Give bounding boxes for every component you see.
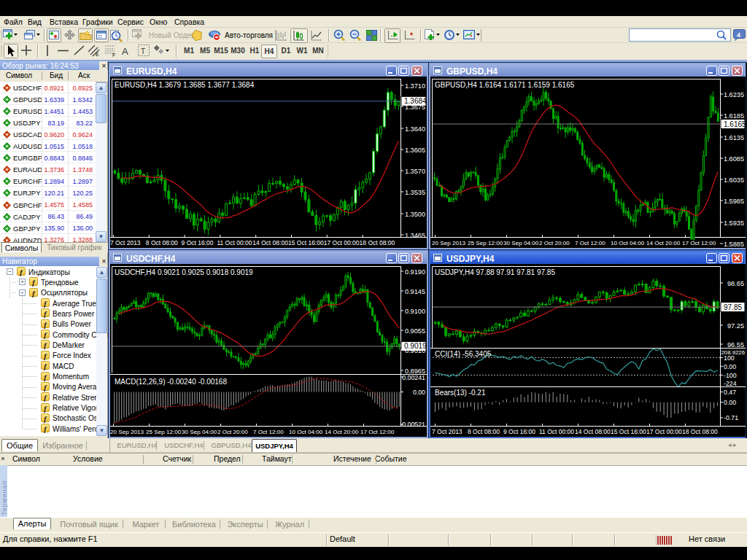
svg-text:7 Oct 2013: 7 Oct 2013 xyxy=(432,428,462,435)
svg-text:97.85: 97.85 xyxy=(724,303,742,311)
svg-text:7 Oct 12:00: 7 Oct 12:00 xyxy=(253,429,284,435)
svg-text:1.3570: 1.3570 xyxy=(405,168,425,175)
svg-text:11 Oct 00:00: 11 Oct 00:00 xyxy=(217,239,252,246)
svg-text:E: E xyxy=(96,52,99,57)
svg-text:96.55: 96.55 xyxy=(727,341,744,349)
svg-text:15 Oct 16:00: 15 Oct 16:00 xyxy=(611,428,646,435)
svg-text:17 Oct 12:00: 17 Oct 12:00 xyxy=(360,429,395,435)
svg-text:20 Sep 2013: 20 Sep 2013 xyxy=(432,240,465,246)
svg-text:1.3500: 1.3500 xyxy=(405,211,425,218)
svg-text:14 Oct 20:00: 14 Oct 20:00 xyxy=(325,429,359,435)
svg-text:97.25: 97.25 xyxy=(727,322,744,330)
svg-text:1.6165: 1.6165 xyxy=(724,120,746,128)
svg-text:0.9055: 0.9055 xyxy=(405,327,425,335)
svg-text:14 Oct 08:00: 14 Oct 08:00 xyxy=(252,239,288,246)
svg-text:2 Oct 20:00: 2 Oct 20:00 xyxy=(217,429,248,435)
svg-text:17 Oct 00:00: 17 Oct 00:00 xyxy=(646,428,682,435)
svg-text:7 Oct 12:00: 7 Oct 12:00 xyxy=(575,240,605,246)
svg-text:CCI(14) -56.3405: CCI(14) -56.3405 xyxy=(435,350,492,358)
svg-text:USDJPY,H4 97.88 97.91 97.81 9: USDJPY,H4 97.88 97.91 97.81 97.85 xyxy=(435,268,555,276)
svg-text:11 Oct 00:00: 11 Oct 00:00 xyxy=(539,428,574,435)
svg-text:MACD(12,26,9) -0.00240 -0.0016: MACD(12,26,9) -0.00240 -0.00168 xyxy=(115,378,227,386)
svg-text:15 Oct 16:00: 15 Oct 16:00 xyxy=(288,239,324,246)
svg-text:20 Sep 2013: 20 Sep 2013 xyxy=(110,429,144,435)
svg-text:-0.71: -0.71 xyxy=(724,414,738,421)
svg-text:9 Oct 16:00: 9 Oct 16:00 xyxy=(503,428,535,435)
svg-text:30 Sep 04:00: 30 Sep 04:00 xyxy=(182,429,217,435)
svg-text:18 Oct 08:00: 18 Oct 08:00 xyxy=(682,428,718,435)
svg-text:1.5985: 1.5985 xyxy=(724,198,744,205)
svg-text:2 Oct 20:00: 2 Oct 20:00 xyxy=(539,240,570,246)
svg-text:1.3640: 1.3640 xyxy=(405,125,425,133)
svg-text:0.00: 0.00 xyxy=(413,389,425,396)
svg-text:100: 100 xyxy=(724,354,735,362)
svg-text:A: A xyxy=(122,46,128,57)
svg-text:1.6135: 1.6135 xyxy=(724,134,744,141)
svg-text:0.9010: 0.9010 xyxy=(405,347,425,354)
svg-text:98.65: 98.65 xyxy=(727,280,744,287)
svg-text:0.9190: 0.9190 xyxy=(405,268,425,276)
svg-text:0.47: 0.47 xyxy=(724,389,736,396)
svg-text:1.5885: 1.5885 xyxy=(724,241,744,248)
svg-text:T: T xyxy=(141,47,145,55)
svg-text:30 Sep 04:00: 30 Sep 04:00 xyxy=(503,240,539,246)
svg-text:1.5935: 1.5935 xyxy=(724,219,744,227)
svg-text:18 Oct 08:00: 18 Oct 08:00 xyxy=(360,239,395,246)
svg-text:F: F xyxy=(112,52,115,58)
svg-text:-224: -224 xyxy=(724,380,737,387)
svg-text:1.3535: 1.3535 xyxy=(405,189,425,196)
svg-text:-0.00521: -0.00521 xyxy=(400,421,425,428)
svg-text:9 Oct 16:00: 9 Oct 16:00 xyxy=(182,239,214,246)
svg-text:1.3675: 1.3675 xyxy=(405,104,425,111)
svg-text:8 Oct 08:00: 8 Oct 08:00 xyxy=(146,239,178,246)
svg-text:USDCHF,H4 0.9021 0.9025 0.901: USDCHF,H4 0.9021 0.9025 0.9018 0.9019 xyxy=(115,268,253,276)
svg-text:1.6235: 1.6235 xyxy=(724,91,744,98)
svg-text:1.6185: 1.6185 xyxy=(724,112,744,120)
svg-text:0.9145: 0.9145 xyxy=(405,288,425,295)
svg-text:25 Sep 12:00: 25 Sep 12:00 xyxy=(468,240,503,246)
svg-text:Bears(13) -0.21: Bears(13) -0.21 xyxy=(435,389,486,397)
svg-text:4: 4 xyxy=(737,31,740,39)
svg-text:0.00: 0.00 xyxy=(724,399,736,406)
svg-text:0.00: 0.00 xyxy=(724,363,736,370)
svg-text:Новый Ордер: Новый Ордер xyxy=(149,31,196,39)
svg-text:1.6085: 1.6085 xyxy=(724,155,744,163)
svg-text:14 Oct 08:00: 14 Oct 08:00 xyxy=(575,428,611,435)
svg-text:7 Oct 2013: 7 Oct 2013 xyxy=(110,239,141,246)
svg-text:25 Sep 12:00: 25 Sep 12:00 xyxy=(146,429,182,435)
svg-text:GBPUSD,H4 1.6164 1.6171 1.615: GBPUSD,H4 1.6164 1.6171 1.6159 1.6165 xyxy=(435,81,575,89)
svg-text:1.3605: 1.3605 xyxy=(405,147,425,154)
svg-text:10 Oct 04:00: 10 Oct 04:00 xyxy=(289,429,323,435)
svg-text:1.6035: 1.6035 xyxy=(724,176,744,184)
svg-text:17 Oct 12:00: 17 Oct 12:00 xyxy=(682,240,716,246)
svg-text:1.3465: 1.3465 xyxy=(405,232,425,239)
svg-text:0.00241: 0.00241 xyxy=(402,374,425,381)
svg-text:Авто-торговля: Авто-торговля xyxy=(225,31,273,39)
svg-text:14 Oct 20:00: 14 Oct 20:00 xyxy=(646,240,681,246)
svg-text:1.3710: 1.3710 xyxy=(405,82,425,90)
svg-text:17 Oct 00:00: 17 Oct 00:00 xyxy=(324,239,360,246)
svg-text:10 Oct 04:00: 10 Oct 04:00 xyxy=(611,240,645,246)
svg-text:8 Oct 08:00: 8 Oct 08:00 xyxy=(468,428,500,435)
svg-text:-100: -100 xyxy=(724,372,737,379)
svg-text:0.9100: 0.9100 xyxy=(405,308,425,315)
svg-text:EURUSD,H4 1.3679 1.3685 1.367: EURUSD,H4 1.3679 1.3685 1.3677 1.3684 xyxy=(115,81,255,89)
